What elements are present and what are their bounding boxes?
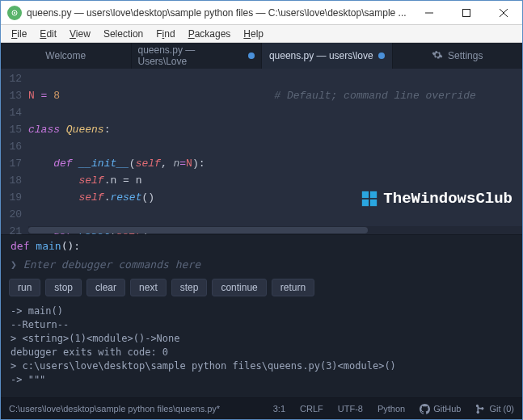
status-github[interactable]: GitHub [420, 404, 461, 414]
prompt-chevron-icon: ❯ [11, 258, 17, 271]
debug-output: -> main() --Return-- > <string>(1)<modul… [1, 303, 522, 398]
svg-rect-3 [463, 9, 470, 16]
git-branch-icon [475, 404, 486, 414]
menu-view[interactable]: View [64, 27, 96, 41]
modified-dot-icon [378, 52, 385, 59]
status-line-ending[interactable]: CRLF [300, 404, 323, 414]
debug-run-button[interactable]: run [9, 279, 40, 296]
editor-pane[interactable]: 12 13 14 15 16 17 18 19 20 21 N = 8 # De… [1, 69, 522, 234]
tab-queens-users-love-2[interactable]: queens.py — users\love [262, 43, 393, 69]
tab-label: Welcome [45, 50, 86, 61]
window-title: queens.py — users\love\desktop\sample py… [27, 7, 411, 19]
close-button[interactable] [485, 1, 522, 24]
menu-edit[interactable]: Edit [34, 27, 62, 41]
status-bar: C:\users\love\desktop\sample python file… [1, 398, 522, 419]
debug-prompt-row: ❯ [1, 254, 522, 275]
debug-step-button[interactable]: step [171, 279, 208, 296]
code-area[interactable]: N = 8 # Default; command line override c… [28, 69, 522, 234]
debug-output-line: > <string>(1)<module>()->None [11, 332, 512, 346]
menubar: File Edit View Selection Find Packages H… [1, 25, 522, 43]
debug-context-line: def main(): [1, 234, 522, 254]
tab-label: queens.py — Users\Love [138, 44, 244, 67]
menu-selection[interactable]: Selection [98, 27, 149, 41]
tab-label: Settings [448, 50, 483, 61]
gear-icon [432, 49, 443, 63]
debug-output-line: debugger exits with code: 0 [11, 346, 512, 359]
tab-welcome[interactable]: Welcome [1, 43, 132, 69]
scrollbar-thumb[interactable] [28, 227, 368, 233]
menu-find[interactable]: Find [150, 27, 180, 41]
horizontal-scrollbar[interactable] [28, 226, 522, 234]
minimize-button[interactable] [411, 1, 448, 24]
debug-return-button[interactable]: return [272, 279, 314, 296]
status-git[interactable]: Git (0) [475, 404, 514, 414]
status-cursor-position[interactable]: 3:1 [273, 404, 285, 414]
debug-clear-button[interactable]: clear [86, 279, 125, 296]
status-encoding[interactable]: UTF-8 [338, 404, 363, 414]
debug-output-line: -> main() [11, 304, 512, 318]
modified-dot-icon [248, 52, 255, 59]
svg-point-2 [14, 12, 15, 14]
tabbar: Welcome queens.py — Users\Love queens.py… [1, 43, 522, 69]
status-language[interactable]: Python [377, 404, 405, 414]
debug-output-line: --Return-- [11, 318, 512, 332]
debug-output-line: > c:\users\love\desktop\sample python fi… [11, 359, 512, 373]
maximize-button[interactable] [448, 1, 485, 24]
debug-stop-button[interactable]: stop [45, 279, 82, 296]
debug-continue-button[interactable]: continue [212, 279, 266, 296]
debug-output-line: -> """ [11, 373, 512, 387]
debug-next-button[interactable]: next [130, 279, 167, 296]
github-icon [420, 404, 430, 414]
line-gutter: 12 13 14 15 16 17 18 19 20 21 [1, 69, 28, 234]
menu-packages[interactable]: Packages [183, 27, 237, 41]
status-filepath[interactable]: C:\users\love\desktop\sample python file… [9, 404, 220, 414]
tab-label: queens.py — users\love [269, 50, 373, 61]
menu-help[interactable]: Help [238, 27, 269, 41]
app-icon [7, 6, 22, 20]
tab-settings[interactable]: Settings [393, 43, 523, 69]
debug-toolbar: run stop clear next step continue return [1, 275, 522, 303]
debug-command-input[interactable] [23, 258, 512, 271]
window-titlebar: queens.py — users\love\desktop\sample py… [1, 1, 522, 25]
menu-file[interactable]: File [6, 27, 32, 41]
tab-queens-users-love-1[interactable]: queens.py — Users\Love [132, 43, 263, 69]
